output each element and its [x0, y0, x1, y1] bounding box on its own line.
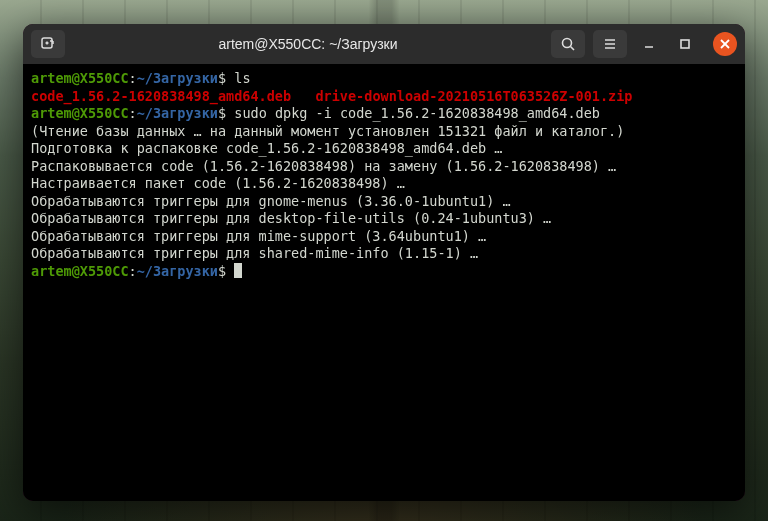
- prompt-path: ~/Загрузки: [137, 70, 218, 86]
- svg-point-1: [563, 39, 572, 48]
- prompt-path: ~/Загрузки: [137, 263, 218, 279]
- prompt-user-host: artem@X550CC: [31, 70, 129, 86]
- hamburger-icon: [602, 36, 618, 52]
- new-tab-icon: [40, 36, 56, 52]
- output-line: Распаковывается code (1.56.2-1620838498)…: [31, 158, 616, 174]
- file-deb: code_1.56.2-1620838498_amd64.deb: [31, 88, 291, 104]
- window-title: artem@X550CC: ~/Загрузки: [65, 36, 551, 52]
- output-line: Обрабатываются триггеры для gnome-menus …: [31, 193, 511, 209]
- search-button[interactable]: [551, 30, 585, 58]
- prompt-path: ~/Загрузки: [137, 105, 218, 121]
- command-2: sudo dpkg -i code_1.56.2-1620838498_amd6…: [234, 105, 600, 121]
- svg-rect-7: [681, 40, 689, 48]
- prompt-user-host: artem@X550CC: [31, 263, 129, 279]
- prompt-separator: :: [129, 263, 137, 279]
- prompt-line: artem@X550CC:~/Загрузки$: [31, 263, 226, 279]
- output-line: Настраивается пакет code (1.56.2-1620838…: [31, 175, 405, 191]
- prompt-user-host: artem@X550CC: [31, 105, 129, 121]
- prompt-separator: :: [129, 70, 137, 86]
- output-line: Обрабатываются триггеры для shared-mime-…: [31, 245, 478, 261]
- output-line: Обрабатываются триггеры для mime-support…: [31, 228, 486, 244]
- terminal-body[interactable]: artem@X550CC:~/Загрузки$ ls code_1.56.2-…: [23, 64, 745, 501]
- titlebar[interactable]: artem@X550CC: ~/Загрузки: [23, 24, 745, 64]
- terminal-window: artem@X550CC: ~/Загрузки: [23, 24, 745, 501]
- minimize-icon: [642, 37, 656, 51]
- prompt-line: artem@X550CC:~/Загрузки$: [31, 70, 226, 86]
- prompt-dollar: $: [218, 105, 226, 121]
- prompt-dollar: $: [218, 70, 226, 86]
- close-button[interactable]: [713, 32, 737, 56]
- maximize-button[interactable]: [671, 30, 699, 58]
- prompt-separator: :: [129, 105, 137, 121]
- file-zip: drive-download-20210516T063526Z-001.zip: [315, 88, 632, 104]
- maximize-icon: [678, 37, 692, 51]
- cursor: [234, 263, 242, 278]
- output-line: Обрабатываются триггеры для desktop-file…: [31, 210, 551, 226]
- search-icon: [560, 36, 576, 52]
- svg-line-2: [571, 47, 575, 51]
- close-icon: [719, 38, 731, 50]
- new-tab-button[interactable]: [31, 30, 65, 58]
- prompt-dollar: $: [218, 263, 226, 279]
- menu-button[interactable]: [593, 30, 627, 58]
- output-line: (Чтение базы данных … на данный момент у…: [31, 123, 624, 139]
- prompt-line: artem@X550CC:~/Загрузки$: [31, 105, 226, 121]
- command-1: ls: [234, 70, 250, 86]
- output-line: Подготовка к распаковке code_1.56.2-1620…: [31, 140, 502, 156]
- minimize-button[interactable]: [635, 30, 663, 58]
